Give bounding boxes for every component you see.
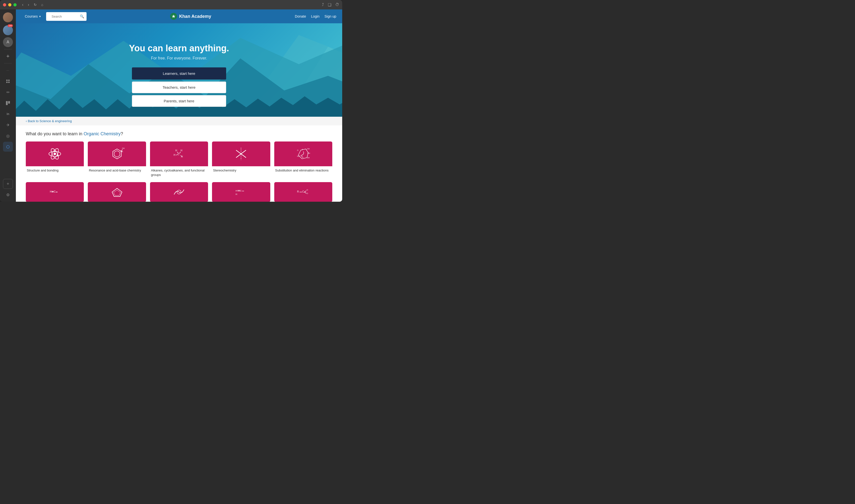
user-avatar-2-wrapper: 199	[3, 24, 13, 36]
breadcrumb-arrow: ‹	[26, 119, 27, 123]
back-button[interactable]: ‹	[21, 1, 25, 8]
svg-point-3	[8, 82, 10, 83]
topic-card-row2-1[interactable]: H C	[26, 182, 84, 202]
teachers-button[interactable]: Teachers, start here	[132, 82, 226, 93]
hero-subtitle: For free. For everyone. Forever.	[16, 56, 342, 60]
topic-card-row2-4[interactable]: H C H	[212, 182, 270, 202]
hero-title: You can learn anything.	[16, 43, 342, 54]
svg-text:O: O	[297, 149, 299, 151]
more-icon[interactable]: ···	[3, 66, 13, 75]
browser-content: Courses ▼ 🔍	[16, 10, 342, 202]
telegram-icon[interactable]: ✈	[3, 120, 13, 130]
ka-logo-icon	[170, 13, 177, 20]
add-button[interactable]: +	[3, 51, 13, 61]
section-prefix: What do you want to learn in	[26, 131, 84, 136]
svg-text:R: R	[297, 190, 299, 193]
hero-buttons: Learners, start here Teachers, start her…	[132, 67, 226, 107]
ka-site: Courses ▼ 🔍	[16, 10, 342, 202]
search-wrapper: 🔍	[46, 12, 87, 21]
topic-card-alkanes[interactable]: H C H H H	[150, 142, 208, 178]
ka-header: Courses ▼ 🔍	[16, 10, 342, 23]
refresh-button[interactable]: ↻	[32, 2, 38, 8]
user-avatar-1[interactable]	[3, 12, 13, 22]
topic-card-img-3: H C H H H	[150, 142, 208, 166]
maximize-button[interactable]	[13, 3, 17, 6]
breadcrumb-text: Back to Science & engineering	[28, 119, 72, 123]
linkedin-icon[interactable]: in	[3, 109, 13, 119]
close-button[interactable]	[3, 3, 6, 6]
svg-point-15	[54, 151, 55, 152]
apps-icon[interactable]	[3, 76, 13, 86]
layers-icon[interactable]: ❏	[328, 2, 331, 7]
settings-icon[interactable]: ⚙	[3, 190, 13, 200]
topic-card-substitution[interactable]: O OH OH HO OH ↗	[274, 142, 332, 178]
svg-text:↙: ↙	[300, 154, 302, 156]
topic-card-img-1	[26, 142, 84, 166]
search-input[interactable]	[49, 13, 78, 20]
svg-marker-17	[113, 149, 121, 159]
section-title: What do you want to learn in Organic Che…	[26, 131, 332, 137]
svg-text:C: C	[302, 190, 304, 193]
section-suffix: ?	[121, 131, 123, 136]
svg-text:H: H	[235, 190, 237, 192]
donate-link[interactable]: Donate	[295, 14, 306, 18]
learners-button[interactable]: Learners, start here	[132, 67, 226, 79]
topic-card-row2-2[interactable]	[88, 182, 146, 202]
sidebar-divider-2	[4, 63, 12, 64]
login-link[interactable]: Login	[311, 14, 319, 18]
courses-button[interactable]: Courses ▼	[22, 14, 44, 18]
topic-grid-row1: Structure and bonding O	[26, 142, 332, 178]
search-container: 🔍	[46, 12, 87, 21]
topic-card-label-1: Structure and bonding	[26, 166, 84, 174]
whatsapp-icon[interactable]: ◎	[3, 131, 13, 141]
topic-grid-row2: H C	[26, 182, 332, 202]
ka-breadcrumb[interactable]: ‹ Back to Science & engineering	[16, 117, 342, 125]
svg-point-2	[6, 82, 8, 83]
parents-button[interactable]: Parents, start here	[132, 95, 226, 107]
forward-button[interactable]: ›	[26, 1, 31, 8]
topic-card-img-5: O OH OH HO OH ↗	[274, 142, 332, 166]
home-button[interactable]: ⌂	[40, 2, 45, 8]
titlebar-actions: ⤴ ❏ ⏱	[322, 2, 339, 7]
topic-card-row2-3[interactable]	[150, 182, 208, 202]
user-avatar-3[interactable]: A	[3, 37, 13, 47]
svg-line-63	[304, 192, 306, 193]
svg-marker-51	[114, 190, 121, 196]
sidebar-divider-1	[4, 49, 12, 49]
history-icon[interactable]: ⏱	[335, 2, 339, 7]
add-workspace-button[interactable]: +	[3, 179, 13, 189]
topic-card-resonance[interactable]: O OH Resonance and acid-base chemistry	[88, 142, 146, 178]
topic-card-stereo[interactable]: Stereochemistry	[212, 142, 270, 178]
ka-logo-text: Khan Academy	[179, 14, 211, 19]
svg-rect-5	[8, 101, 10, 104]
evernote-icon[interactable]: ✏	[3, 87, 13, 97]
svg-text:C: C	[240, 190, 242, 192]
svg-text:O: O	[307, 189, 308, 191]
svg-text:H: H	[50, 190, 52, 193]
svg-rect-4	[6, 101, 8, 105]
share-icon[interactable]: ⤴	[322, 2, 324, 7]
trello-icon[interactable]	[3, 98, 13, 108]
notification-badge: 199	[8, 24, 13, 27]
minimize-button[interactable]	[8, 3, 12, 6]
svg-text:OH: OH	[122, 147, 124, 149]
topic-card-row2-5[interactable]: R C O O	[274, 182, 332, 202]
topic-card-img-4	[212, 142, 270, 166]
svg-line-29	[179, 152, 180, 154]
hero-text: You can learn anything. For free. For ev…	[16, 38, 342, 117]
svg-text:H: H	[175, 149, 177, 152]
organic-chemistry-link[interactable]: Organic Chemistry	[84, 131, 121, 136]
sidebar: 199 A + ··· ✏ in ✈ ◎ ⬡ +	[0, 10, 16, 202]
traffic-lights	[3, 3, 17, 6]
titlebar: ‹ › ↻ ⌂ ⤴ ❏ ⏱	[0, 0, 342, 10]
sketchfab-icon[interactable]: ⬡	[3, 142, 13, 152]
svg-text:O: O	[307, 192, 308, 195]
svg-point-11	[54, 152, 56, 155]
topic-card-img-2: O OH	[88, 142, 146, 166]
signup-link[interactable]: Sign up	[325, 14, 336, 18]
svg-text:↗: ↗	[301, 148, 303, 151]
svg-point-16	[57, 155, 58, 156]
topic-card-label-4: Stereochemistry	[212, 166, 270, 174]
courses-label: Courses	[25, 14, 38, 18]
topic-card-structure[interactable]: Structure and bonding	[26, 142, 84, 178]
